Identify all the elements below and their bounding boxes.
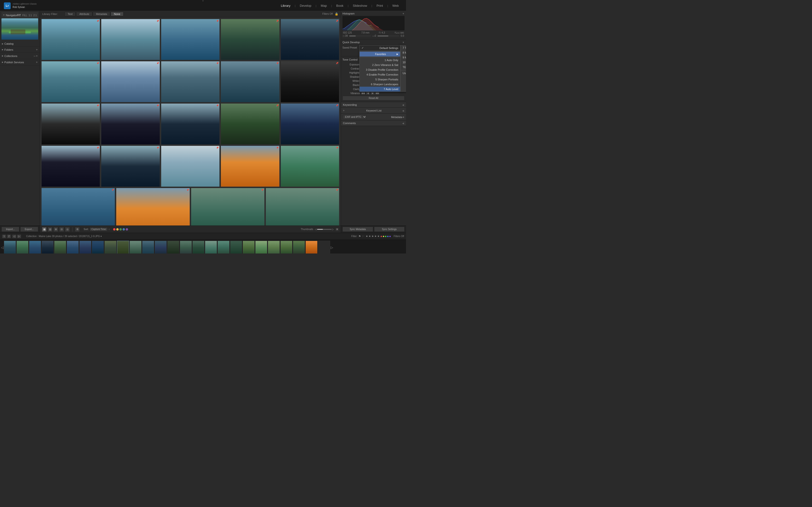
sub-8-mobile[interactable]: 8 Mobile ▶ xyxy=(401,50,406,55)
film-thumb[interactable] xyxy=(79,241,91,254)
page-2-button[interactable]: 2 xyxy=(7,234,11,238)
thumb-cell[interactable]: 📌 xyxy=(101,103,160,145)
filter-tab-text[interactable]: Text xyxy=(64,12,75,16)
film-thumb[interactable] xyxy=(142,241,154,254)
histogram-triangle[interactable]: ▼ xyxy=(402,12,405,15)
preset-1-auto-only[interactable]: 1 Auto Only xyxy=(360,58,400,62)
sub-temp[interactable]: TEMP ▶ xyxy=(401,65,406,69)
filmstrip-right-arrow[interactable]: ▷ xyxy=(331,240,333,253)
grid-view-button[interactable]: ▦ xyxy=(42,227,47,232)
preset-default-settings[interactable]: ✓ Default Settings xyxy=(360,45,400,50)
nav-web[interactable]: Web xyxy=(389,2,402,9)
collections-remove-button[interactable]: – xyxy=(34,54,35,58)
star-1[interactable]: ★ xyxy=(366,235,368,238)
hist-slider2[interactable] xyxy=(377,36,399,37)
thumb-cell[interactable]: 📌 xyxy=(281,61,339,102)
sort-select[interactable]: Capture Time xyxy=(90,227,108,231)
film-thumb[interactable] xyxy=(67,241,79,254)
red-filter-icon[interactable]: ■ xyxy=(380,235,382,237)
filename-label[interactable]: / 20190715_2-9.JPG ▾ xyxy=(78,235,102,237)
red-label-dot[interactable] xyxy=(113,228,115,231)
lock-icon[interactable]: 🔒 xyxy=(335,12,338,16)
keyword-add-button[interactable]: + xyxy=(343,109,345,112)
film-thumb[interactable] xyxy=(318,241,330,254)
star-3[interactable]: ★ xyxy=(371,235,374,238)
filter-tab-none[interactable]: None xyxy=(111,12,123,16)
preset-6-sharpen-landscapes[interactable]: 6 Sharpen Landscapes xyxy=(360,82,400,87)
folders-section[interactable]: ▶ Folders + xyxy=(0,47,40,53)
blue-filter-icon[interactable]: ■ xyxy=(387,235,389,237)
sync-settings-button[interactable]: Sync Settings xyxy=(374,227,405,232)
reset-all-button[interactable]: Reset All xyxy=(343,96,405,101)
star-5[interactable]: ★ xyxy=(377,235,379,238)
thumb-cell[interactable]: 📌 xyxy=(101,19,160,60)
film-thumb[interactable] xyxy=(92,241,104,254)
preset-7-auto-level[interactable]: 7 Auto Level xyxy=(360,87,400,92)
film-thumb[interactable] xyxy=(217,241,230,254)
film-thumb[interactable] xyxy=(243,241,255,254)
loupe-view-button[interactable]: ▥ xyxy=(48,227,52,232)
vibrance-inc-large-button[interactable]: ▶▶ xyxy=(375,92,379,95)
film-thumb[interactable] xyxy=(117,241,129,254)
sprocket-button[interactable]: ⚙ xyxy=(75,227,80,232)
film-thumb[interactable] xyxy=(268,241,280,254)
filmstrip-left-arrow[interactable]: ◁ xyxy=(1,240,3,253)
film-thumb[interactable] xyxy=(230,241,242,254)
film-thumb[interactable] xyxy=(167,241,179,254)
keywording-section[interactable]: Keywording ◀ xyxy=(341,102,406,108)
thumb-cell[interactable]: 📌 xyxy=(161,61,220,102)
navigator-header[interactable]: ▼ Navigator FIT FILL 1:1 2:1 xyxy=(1,12,38,18)
comments-section[interactable]: Comments ◀ xyxy=(341,120,406,126)
yellow-filter-icon[interactable]: ■ xyxy=(383,235,384,237)
export-button[interactable]: Export... xyxy=(20,227,38,232)
nav-book[interactable]: Book xyxy=(333,2,347,9)
sub-9-my-bw[interactable]: 9 My BW ▶ xyxy=(401,55,406,60)
film-thumb[interactable] xyxy=(104,241,116,254)
film-thumb[interactable] xyxy=(192,241,204,254)
thumb-cell[interactable]: 📌 xyxy=(116,188,190,225)
thumb-cell[interactable]: 📌 xyxy=(281,146,339,187)
keyword-list-section[interactable]: + Keyword List ◀ xyxy=(341,108,406,114)
publish-services-section[interactable]: ▶ Publish Services + xyxy=(0,59,40,65)
thumb-cell[interactable]: 📌 xyxy=(41,19,100,60)
filter-flag-icon[interactable]: ⚑ xyxy=(358,235,361,238)
film-thumb[interactable] xyxy=(29,241,41,254)
preset-5-sharpen-portraits[interactable]: 5 Sharpen Portraits xyxy=(360,77,400,82)
thumb-cell[interactable]: 📌 xyxy=(221,61,280,102)
blue-label-dot[interactable] xyxy=(122,228,125,231)
thumb-cell[interactable]: 📌 xyxy=(281,19,339,60)
preset-3-disable-profile[interactable]: 3 Disable Profile Correction xyxy=(360,67,400,72)
film-thumb[interactable] xyxy=(205,241,217,254)
thumb-cell[interactable]: 📌 xyxy=(266,188,339,225)
nav-ctrl-fit[interactable]: FIT xyxy=(17,14,21,17)
nav-back-button[interactable]: ◁ xyxy=(12,234,16,238)
sub-7-testing[interactable]: 7 Testing ▶ xyxy=(401,45,406,50)
filter-tab-attribute[interactable]: Attribute xyxy=(76,12,92,16)
filter-tab-metadata[interactable]: Metadata xyxy=(93,12,110,16)
people-view-button[interactable]: ◎ xyxy=(65,227,70,232)
thumb-cell[interactable]: 📌 xyxy=(161,146,220,187)
thumb-cell[interactable]: 📌 xyxy=(221,103,280,145)
nav-ctrl-1-1[interactable]: 1:1 xyxy=(29,14,32,17)
sort-direction-button[interactable]: ↕ xyxy=(108,228,110,231)
purple-filter-icon[interactable]: ■ xyxy=(389,235,391,237)
preset-4-enable-profile[interactable]: 4 Enable Profile Correction xyxy=(360,72,400,77)
thumb-size-slider[interactable] xyxy=(317,229,332,230)
thumb-cell[interactable]: 📌 xyxy=(41,103,100,145)
thumb-cell[interactable]: 📌 xyxy=(41,188,115,225)
film-thumb[interactable] xyxy=(54,241,66,254)
thumb-cell[interactable]: 📌 xyxy=(221,19,280,60)
film-thumb[interactable] xyxy=(255,241,267,254)
folders-add-button[interactable]: + xyxy=(36,48,38,51)
purple-label-dot[interactable] xyxy=(126,228,128,231)
quick-develop-triangle[interactable]: ▼ xyxy=(402,41,405,44)
page-1-button[interactable]: 1 xyxy=(2,234,6,238)
nav-print[interactable]: Print xyxy=(373,2,387,9)
metadata-section[interactable]: EXIF and IPTC Metadata ◀ xyxy=(341,114,406,120)
yellow-label-dot[interactable] xyxy=(116,228,119,231)
film-thumb[interactable] xyxy=(130,241,142,254)
sub-user-presets[interactable]: User Presets ▶ xyxy=(401,71,406,75)
publish-add-button[interactable]: + xyxy=(36,60,38,64)
star-2[interactable]: ★ xyxy=(368,235,371,238)
film-thumb[interactable] xyxy=(155,241,167,254)
